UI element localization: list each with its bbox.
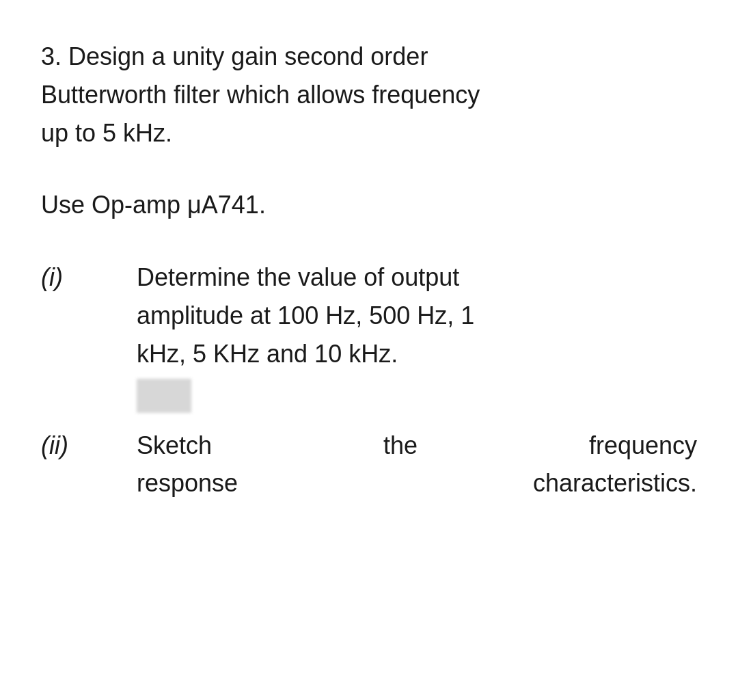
sub-i-line1: Determine the value of output	[137, 263, 459, 291]
question-block: 3. Design a unity gain second order Butt…	[41, 38, 697, 502]
sub-ii-row1: Sketch the frequency	[137, 427, 697, 465]
sub-ii-word4: response	[137, 464, 238, 502]
blurred-image	[137, 379, 191, 413]
sub-ii-word3: frequency	[589, 427, 697, 465]
sub-questions: (i) Determine the value of output amplit…	[41, 258, 697, 502]
sub-ii-word1: Sketch	[137, 427, 212, 465]
sub-ii-word5: characteristics.	[533, 464, 697, 502]
question-line1: Design a unity gain second order	[68, 42, 428, 70]
sub-ii-label: (ii)	[41, 427, 137, 465]
question-line2: Butterworth filter which allows frequenc…	[41, 81, 480, 109]
sub-i-content: Determine the value of output amplitude …	[137, 258, 697, 412]
sub-question-i: (i) Determine the value of output amplit…	[41, 258, 697, 412]
question-line3: up to 5 kHz.	[41, 119, 172, 147]
sub-ii-content: Sketch the frequency response characteri…	[137, 427, 697, 503]
sub-i-label: (i)	[41, 258, 137, 297]
sub-question-ii: (ii) Sketch the frequency response chara…	[41, 427, 697, 503]
question-text: 3. Design a unity gain second order Butt…	[41, 38, 697, 152]
sub-i-line2: amplitude at 100 Hz, 500 Hz, 1	[137, 301, 474, 329]
page-container: 3. Design a unity gain second order Butt…	[0, 0, 738, 700]
question-number: 3.	[41, 42, 62, 70]
opamp-line: Use Op-amp μA741.	[41, 186, 697, 224]
sub-ii-word2: the	[383, 427, 418, 465]
sub-i-line3: kHz, 5 KHz and 10 kHz.	[137, 340, 398, 368]
sub-ii-row2: response characteristics.	[137, 464, 697, 502]
